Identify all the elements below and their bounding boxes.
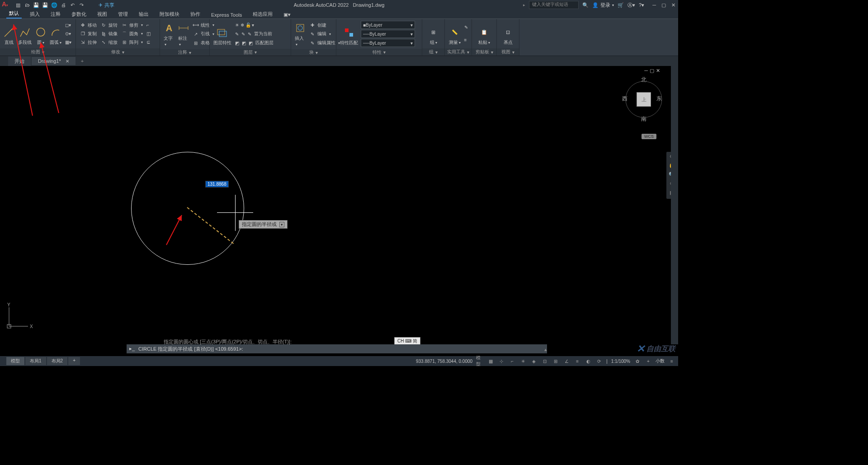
panel-title-props[interactable]: 特性 ▾	[336, 49, 422, 56]
sb-trans-icon[interactable]: ◐	[585, 357, 592, 365]
redo-icon[interactable]: ↷	[78, 1, 85, 9]
tab-featured[interactable]: 精选应用	[250, 10, 275, 19]
dim-button[interactable]: 标注	[177, 21, 190, 47]
move-button[interactable]: ✥移动	[79, 21, 98, 29]
tool-small2[interactable]: ⊙▾	[64, 30, 72, 38]
cart-icon[interactable]: 🛒	[618, 2, 624, 8]
panel-title-draw[interactable]: 绘图 ▾	[0, 48, 75, 56]
web-icon[interactable]: 🌐	[51, 1, 58, 9]
layer-t1[interactable]: ✎	[234, 30, 240, 38]
share-button[interactable]: ✈ 共享	[99, 2, 114, 9]
tab-manage[interactable]: 管理	[115, 10, 131, 19]
sb-decimal[interactable]: 小数	[656, 358, 665, 364]
tab-drawing1[interactable]: Drawing1* ✕	[32, 57, 75, 65]
add-tab-button[interactable]: +	[76, 58, 88, 64]
sb-gear-icon[interactable]: ✿	[634, 357, 641, 365]
panel-title-block[interactable]: 块 ▾	[291, 49, 336, 56]
layer-b1[interactable]: ◩	[234, 39, 240, 47]
app-logo-icon[interactable]: A▾	[2, 0, 11, 9]
line-button[interactable]: 直线	[3, 21, 15, 47]
stretch-button[interactable]: ⇲拉伸	[79, 38, 98, 47]
sb-grid-icon[interactable]: ▦	[487, 357, 494, 365]
viewcube-east[interactable]: 东	[656, 95, 662, 103]
viewcube-west[interactable]: 西	[622, 95, 627, 103]
paste-button[interactable]: 📋 粘贴	[477, 21, 491, 47]
group-button[interactable]: ⊞ 组	[427, 21, 440, 47]
polyline-button[interactable]: 多段线	[17, 21, 33, 47]
saveas-icon[interactable]: 💾	[42, 1, 49, 9]
cmd-expand-icon[interactable]: ▴	[544, 347, 547, 352]
util1[interactable]: ✎	[463, 23, 469, 31]
sb-ortho-icon[interactable]: ⌐	[509, 357, 516, 365]
layer-t3[interactable]: ✎	[247, 30, 252, 38]
scrollbar-vertical[interactable]	[671, 66, 678, 344]
tab-start[interactable]: 开始	[8, 56, 31, 66]
doc-max-button[interactable]: ▢	[650, 68, 654, 74]
minimize-button[interactable]: ─	[652, 2, 656, 8]
layer-b2[interactable]: ◩	[241, 39, 247, 47]
panel-title-annot[interactable]: 注释 ▾	[160, 49, 209, 56]
dynamic-input-value[interactable]: 131.8868	[205, 181, 229, 188]
tab-view[interactable]: 视图	[94, 10, 110, 19]
sb-snap-icon[interactable]: ⊹	[498, 357, 505, 365]
tab-default[interactable]: 默认	[6, 9, 22, 19]
dynamic-input[interactable]: 131.8868	[205, 181, 229, 187]
sb-lwt-icon[interactable]: ≡	[574, 357, 581, 365]
search-input[interactable]: 键入关键字或短语	[529, 1, 579, 9]
text-button[interactable]: A 文字	[163, 21, 175, 47]
rotate-button[interactable]: ↻旋转	[99, 21, 118, 29]
sb-plus-icon[interactable]: +	[645, 357, 652, 365]
command-line[interactable]: ▸_ CIRCLE 指定圆的半径或 [直径(D)] <109.6591>:	[127, 344, 547, 353]
measure-button[interactable]: 📏 测量	[448, 21, 462, 47]
viewcube-north[interactable]: 北	[641, 76, 646, 84]
model-tab[interactable]: 模型	[6, 357, 24, 365]
sb-osnap-icon[interactable]: ⊡	[541, 357, 548, 365]
search-icon[interactable]: 🔍	[582, 2, 589, 8]
linetype-combo[interactable]: ── ByLayer ▾	[361, 30, 415, 38]
undo-icon[interactable]: ↶	[69, 1, 76, 9]
sb-scale[interactable]: 1:1/100%	[611, 359, 630, 364]
mod-c[interactable]: ⊆	[146, 38, 151, 47]
layer-t2[interactable]: ✎	[241, 30, 246, 38]
panel-title-util[interactable]: 实用工具 ▾	[445, 48, 472, 56]
layer-b3[interactable]: ◩	[248, 39, 254, 47]
plot-icon[interactable]: 🖨	[60, 1, 67, 9]
mod-a[interactable]: ⌐	[146, 21, 151, 29]
lineweight-combo[interactable]: ── ByLayer ▾	[361, 39, 415, 47]
tab-more[interactable]: ▣▾	[281, 11, 293, 19]
viewcube-top[interactable]: 上	[637, 92, 651, 107]
tab-annotate[interactable]: 注释	[48, 10, 63, 19]
match-props-button[interactable]: 特性匹配	[339, 21, 359, 47]
sb-iso-icon[interactable]: ◈	[530, 357, 538, 365]
new-icon[interactable]: ▥	[14, 1, 22, 9]
app-icon[interactable]: Ⓐ▾	[627, 2, 635, 9]
panel-title-modify[interactable]: 修改 ▾	[76, 48, 160, 56]
sb-3dosnap-icon[interactable]: ⊞	[552, 357, 559, 365]
tab-insert[interactable]: 插入	[27, 10, 42, 19]
layer-row1[interactable]: ☀ ❄ 🔓 ▾	[234, 21, 274, 29]
sb-model[interactable]: 模型	[476, 357, 483, 365]
sb-menu-icon[interactable]: ≡	[668, 357, 675, 365]
sb-polar-icon[interactable]: ✳	[519, 357, 527, 365]
panel-title-layer[interactable]: 图层 ▾	[210, 49, 291, 56]
login-button[interactable]: 👤 登录 ▾	[592, 2, 614, 9]
mirror-button[interactable]: ⧎镜像	[99, 30, 118, 38]
mod-b[interactable]: ◫	[146, 30, 151, 38]
wcs-badge[interactable]: WCS	[642, 134, 656, 139]
layer-match[interactable]: 匹配图层	[255, 39, 274, 47]
sb-otrack-icon[interactable]: ∠	[563, 357, 570, 365]
arc-button[interactable]: 圆弧	[49, 21, 62, 47]
drawing-canvas[interactable]: ─ ▢ ✕ 北 南 西 东 上 WCS ☸ ✋ 🔍 ⟳ ▦ 131.8868 指…	[0, 66, 678, 353]
tool-small1[interactable]: ◻▾	[64, 21, 72, 29]
color-combo[interactable]: ■ ByLayer ▾	[361, 21, 415, 29]
panel-title-group[interactable]: 组 ▾	[422, 48, 444, 56]
util2[interactable]: ≡	[463, 36, 469, 44]
viewcube[interactable]: 北 南 西 东 上	[619, 75, 665, 120]
layer-props-button[interactable]: 图层特性	[212, 21, 232, 47]
tab-parametric[interactable]: 参数化	[69, 10, 89, 19]
save-icon[interactable]: 💾	[33, 1, 40, 9]
layer-make-current[interactable]: 置为当前	[253, 30, 273, 38]
copy-button[interactable]: ❐复制	[79, 30, 98, 38]
circle-button[interactable]: 圆	[34, 21, 47, 47]
close-button[interactable]: ✕	[671, 2, 675, 8]
